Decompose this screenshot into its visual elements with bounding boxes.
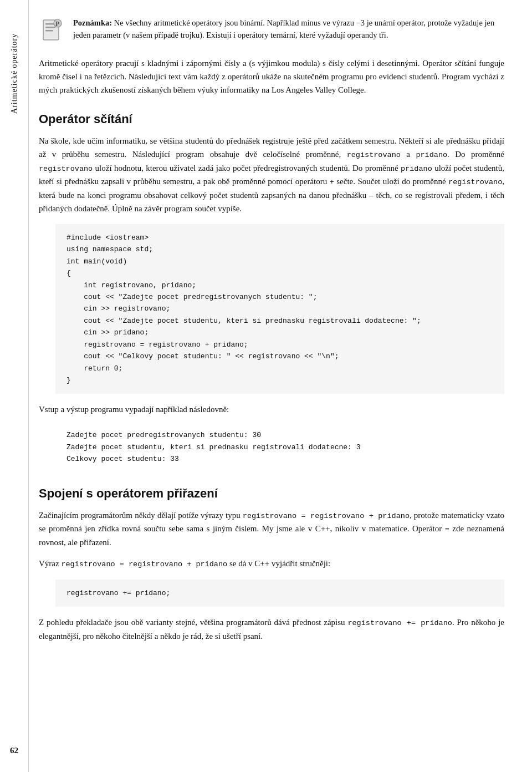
note-icon: P	[39, 18, 65, 44]
code-block-1: #include <iostream> using namespace std;…	[55, 224, 504, 394]
svg-text:P: P	[55, 20, 59, 28]
note-box: P Poznámka: Ne všechny aritmetické operá…	[39, 17, 504, 44]
output-block-1: Zadejte pocet predregistrovanych student…	[55, 424, 504, 470]
section2-heading: Spojení s operátorem přiřazení	[39, 486, 504, 501]
note-body: Ne všechny aritmetické operátory jsou bi…	[73, 18, 494, 39]
inline-code-3: registrovano	[39, 165, 93, 173]
svg-rect-2	[45, 27, 55, 28]
sidebar-label: Aritmetické operátory	[10, 33, 19, 114]
section2-paragraph1: Začínajícím programátorům někdy dělají p…	[39, 509, 504, 549]
page-number: 62	[10, 746, 18, 755]
inline-code-7: registrovano = registrovano + pridano	[243, 512, 410, 520]
inline-code-2: pridano	[416, 151, 447, 159]
inline-code-1: registrovano	[347, 151, 401, 159]
section1-paragraph: Na škole, kde učím informatiku, se větši…	[39, 134, 504, 215]
note-bold: Poznámka:	[73, 18, 112, 27]
section2-paragraph2: Výraz registrovano = registrovano + prid…	[39, 557, 504, 571]
inline-code-8: =	[445, 525, 449, 534]
inline-code-5: +	[330, 178, 334, 186]
inline-code-6: registrovano	[448, 178, 502, 186]
sidebar: Aritmetické operátory	[0, 0, 29, 772]
code-block-2: registrovano += pridano;	[55, 580, 504, 607]
main-content: P Poznámka: Ne všechny aritmetické operá…	[39, 0, 504, 684]
svg-rect-3	[45, 30, 53, 32]
note-text: Poznámka: Ne všechny aritmetické operáto…	[73, 17, 504, 42]
section1-heading: Operátor sčítání	[39, 112, 504, 126]
inline-code-9: registrovano = registrovano + pridano	[61, 560, 227, 568]
output-intro: Vstup a výstup programu vypadají napříkl…	[39, 403, 504, 416]
intro-paragraph: Aritmetické operátory pracují s kladnými…	[39, 57, 504, 96]
inline-code-10: regis­trovano += pridano	[347, 619, 452, 627]
inline-code-4: pridano	[401, 165, 432, 173]
section2-final-paragraph: Z pohledu překladače jsou obě varianty s…	[39, 616, 504, 643]
